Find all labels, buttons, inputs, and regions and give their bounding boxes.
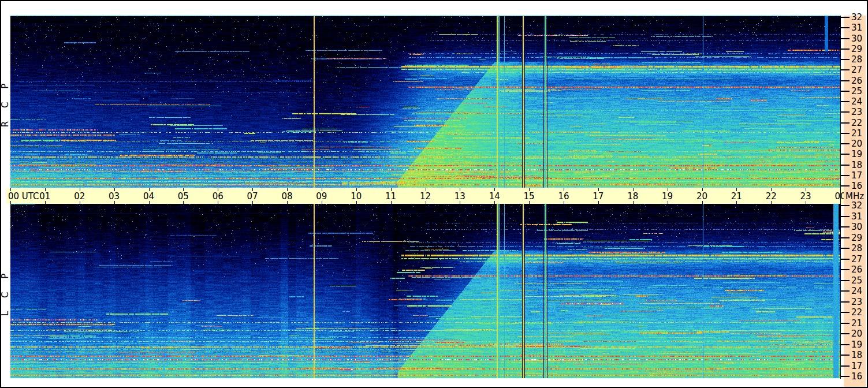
frequency-tick — [840, 59, 850, 60]
frequency-tick-label: 22 — [851, 118, 862, 128]
frequency-tick-label: 26 — [851, 264, 862, 275]
time-tick-label: 08 — [281, 191, 292, 202]
time-tick-label: 04 — [143, 191, 154, 202]
frequency-tick — [840, 122, 850, 124]
frequency-tick — [840, 111, 850, 113]
frequency-tick — [840, 355, 850, 356]
frequency-tick-label: 30 — [851, 33, 862, 44]
frequency-tick — [840, 280, 850, 281]
frequency-tick-label: 32 — [851, 12, 862, 23]
time-tick-label: 02 — [74, 191, 85, 202]
frequency-tick-label: 23 — [851, 297, 862, 307]
frequency-tick — [840, 185, 850, 186]
time-tick-label: 03 — [109, 191, 120, 202]
frequency-tick-label: 17 — [851, 170, 862, 181]
frequency-tick-label: 25 — [851, 275, 862, 286]
frequency-tick — [840, 248, 850, 249]
time-tick-label: 19 — [662, 191, 673, 202]
time-tick-label: 14 — [489, 191, 500, 202]
frequency-tick — [840, 344, 850, 345]
frequency-tick — [840, 376, 850, 377]
frequency-tick-label: 24 — [851, 286, 862, 296]
frequency-tick-label: 29 — [851, 233, 862, 243]
frequency-tick-label: 31 — [851, 211, 862, 222]
time-tick-label: 18 — [627, 191, 638, 202]
frequency-tick — [840, 323, 850, 324]
frequency-tick-label: 29 — [851, 44, 862, 54]
time-tick-label: 10 — [351, 191, 362, 202]
time-tick-label: 09 — [316, 191, 327, 202]
time-tick-label: 00 UTC — [8, 191, 39, 202]
frequency-tick — [840, 333, 850, 334]
frequency-tick — [840, 175, 850, 176]
frequency-tick-label: 27 — [851, 65, 862, 75]
frequency-tick-label: 18 — [851, 350, 862, 360]
time-tick-label: 05 — [178, 191, 189, 202]
time-tick-label: 23 — [800, 191, 811, 202]
title-bar: AJ4CO Observatory 06 Sep 2024 - DPS on T… — [1, 1, 868, 16]
frequency-tick — [840, 269, 850, 270]
frequency-tick — [840, 216, 850, 217]
time-tick-label: 12 — [420, 191, 431, 202]
frequency-tick-label: 32 — [851, 200, 862, 211]
lcp-polarization-label: L C P — [0, 249, 9, 335]
time-tick-label: 17 — [593, 191, 603, 202]
time-tick-label: 11 — [385, 191, 396, 202]
time-tick-label: 16 — [558, 191, 569, 202]
frequency-tick — [840, 143, 850, 144]
frequency-tick — [840, 312, 850, 313]
frequency-tick — [840, 226, 850, 227]
lcp-spectrogram — [10, 204, 840, 378]
time-tick-label: 13 — [455, 191, 465, 202]
frequency-tick — [840, 80, 850, 81]
frequency-tick — [840, 237, 850, 238]
frequency-tick — [840, 205, 850, 206]
frequency-tick-label: 18 — [851, 160, 862, 170]
frequency-tick — [840, 165, 850, 166]
frequency-tick-label: 28 — [851, 243, 862, 253]
frequency-tick — [840, 154, 850, 155]
frequency-tick-label: 21 — [851, 128, 862, 139]
frequency-tick-label: 27 — [851, 254, 862, 264]
frequency-tick — [840, 365, 850, 367]
frequency-tick — [840, 69, 850, 70]
app-frame: AJ4CO Observatory 06 Sep 2024 - DPS on T… — [0, 0, 868, 388]
frequency-tick — [840, 133, 850, 134]
time-tick-label: 21 — [731, 191, 742, 202]
time-tick-label: 07 — [247, 191, 258, 202]
frequency-tick-label: 31 — [851, 23, 862, 33]
time-tick-label: 01 — [39, 191, 50, 202]
frequency-tick-label: 19 — [851, 149, 862, 159]
frequency-tick — [840, 91, 850, 92]
frequency-tick-label: 26 — [851, 76, 862, 86]
frequency-tick — [840, 290, 850, 292]
frequency-tick-label: 20 — [851, 139, 862, 149]
time-tick-label: 15 — [524, 191, 535, 202]
rcp-polarization-label: R C P — [0, 59, 9, 146]
time-axis: 00 UTC0102030405060708091011121314151617… — [6, 188, 844, 204]
frequency-tick-label: 30 — [851, 222, 862, 232]
frequency-tick-label: 16 — [851, 181, 862, 191]
frequency-tick-label: 21 — [851, 318, 862, 329]
frequency-tick-label: 17 — [851, 361, 862, 371]
frequency-tick — [840, 301, 850, 303]
time-tick-label: 20 — [696, 191, 707, 202]
frequency-tick-label: 16 — [851, 371, 862, 382]
frequency-tick — [840, 259, 850, 260]
frequency-tick — [840, 101, 850, 102]
time-tick-label: 22 — [766, 191, 777, 202]
frequency-tick-label: 28 — [851, 54, 862, 65]
frequency-tick-label: 23 — [851, 107, 862, 117]
frequency-tick — [840, 27, 850, 28]
frequency-tick-label: 20 — [851, 329, 862, 339]
time-tick-label: 06 — [213, 191, 223, 202]
frequency-tick — [840, 38, 850, 39]
frequency-tick-label: 25 — [851, 86, 862, 96]
frequency-tick — [840, 17, 850, 18]
frequency-tick-label: 22 — [851, 307, 862, 318]
frequency-tick — [840, 48, 850, 50]
frequency-tick-label: 24 — [851, 96, 862, 107]
frequency-tick-label: 19 — [851, 339, 862, 350]
rcp-spectrogram — [10, 16, 840, 188]
